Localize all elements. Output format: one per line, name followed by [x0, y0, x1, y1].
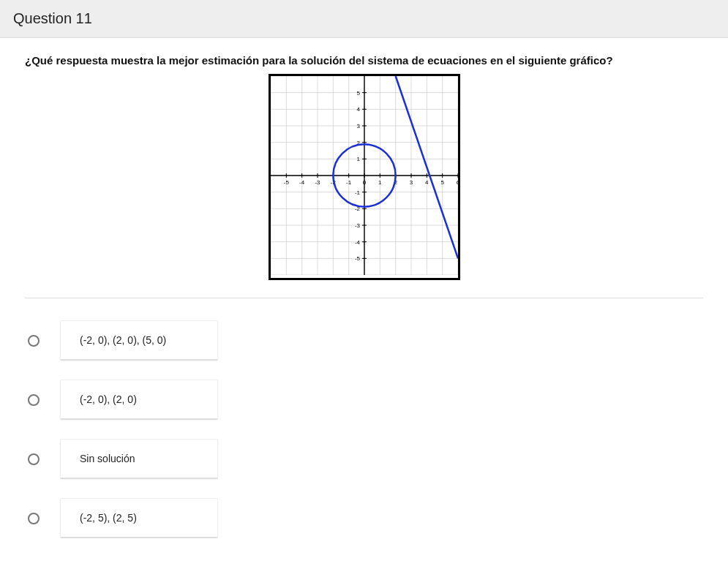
answer-option[interactable]: Sin solución [60, 439, 218, 479]
svg-text:4: 4 [356, 106, 360, 113]
svg-text:-1: -1 [354, 189, 360, 196]
answer-text: (-2, 0), (2, 0), (5, 0) [80, 334, 166, 346]
svg-text:-3: -3 [354, 222, 360, 229]
answer-row[interactable]: (-2, 5), (2, 5) [28, 498, 703, 538]
radio-button[interactable] [28, 394, 40, 406]
svg-text:4: 4 [425, 179, 429, 186]
graph-svg: -5-4-3-2-10123456-5-4-3-2-112345 [271, 76, 458, 275]
answer-text: (-2, 0), (2, 0) [80, 393, 137, 405]
svg-text:-5: -5 [283, 179, 289, 186]
radio-button[interactable] [28, 513, 40, 524]
graph-container: -5-4-3-2-10123456-5-4-3-2-112345 [25, 74, 703, 280]
answer-row[interactable]: Sin solución [28, 439, 703, 479]
svg-text:5: 5 [356, 90, 360, 97]
svg-text:3: 3 [409, 179, 413, 186]
answer-text: Sin solución [80, 453, 135, 464]
answer-row[interactable]: (-2, 0), (2, 0) [28, 380, 703, 420]
radio-button[interactable] [28, 453, 40, 465]
section-divider [25, 298, 703, 298]
question-header: Question 11 [0, 0, 728, 38]
svg-text:-4: -4 [299, 179, 305, 186]
answer-option[interactable]: (-2, 0), (2, 0) [60, 380, 218, 420]
svg-text:1: 1 [356, 156, 360, 162]
question-content: ¿Qué respuesta muestra la mejor estimaci… [0, 38, 728, 538]
radio-button[interactable] [28, 335, 40, 347]
svg-text:-1: -1 [346, 179, 352, 186]
question-prompt: ¿Qué respuesta muestra la mejor estimaci… [25, 54, 703, 67]
svg-text:3: 3 [356, 123, 360, 129]
svg-text:6: 6 [456, 179, 457, 186]
answer-text: (-2, 5), (2, 5) [80, 512, 137, 524]
svg-text:5: 5 [440, 179, 444, 186]
svg-text:-4: -4 [354, 239, 360, 246]
svg-text:0: 0 [362, 179, 366, 186]
svg-text:-3: -3 [315, 179, 320, 186]
answer-option[interactable]: (-2, 5), (2, 5) [60, 498, 218, 538]
coordinate-graph: -5-4-3-2-10123456-5-4-3-2-112345 [269, 74, 460, 280]
svg-text:1: 1 [378, 179, 382, 186]
svg-text:-5: -5 [354, 255, 360, 262]
answer-row[interactable]: (-2, 0), (2, 0), (5, 0) [28, 320, 703, 361]
answer-option[interactable]: (-2, 0), (2, 0), (5, 0) [60, 320, 218, 361]
answer-list: (-2, 0), (2, 0), (5, 0)(-2, 0), (2, 0)Si… [25, 320, 703, 538]
question-title: Question 11 [13, 10, 92, 26]
